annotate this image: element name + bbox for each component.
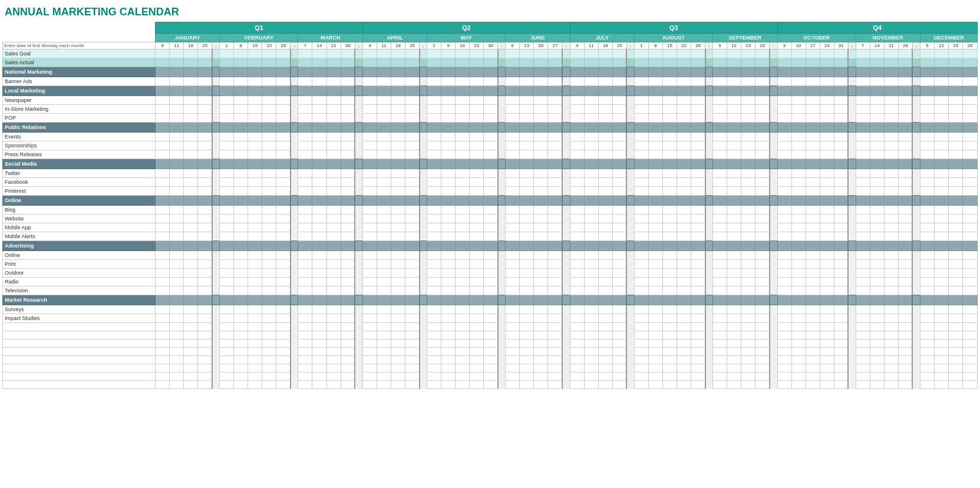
grid-cell[interactable] bbox=[156, 159, 170, 169]
grid-cell[interactable] bbox=[220, 178, 234, 187]
grid-cell[interactable] bbox=[870, 305, 884, 314]
grid-cell[interactable] bbox=[248, 372, 262, 381]
grid-cell[interactable] bbox=[234, 223, 248, 232]
grid-cell[interactable] bbox=[470, 339, 484, 348]
grid-cell[interactable] bbox=[456, 114, 470, 123]
grid-cell[interactable] bbox=[727, 251, 741, 260]
grid-cell[interactable] bbox=[777, 348, 791, 356]
grid-cell[interactable] bbox=[326, 356, 341, 364]
grid-cell[interactable] bbox=[234, 123, 248, 133]
grid-cell[interactable] bbox=[662, 232, 677, 241]
grid-cell[interactable] bbox=[934, 123, 948, 133]
grid-cell[interactable] bbox=[934, 323, 948, 331]
grid-cell[interactable] bbox=[806, 86, 820, 96]
grid-cell[interactable] bbox=[326, 77, 341, 86]
grid-cell[interactable] bbox=[198, 58, 212, 67]
grid-cell[interactable] bbox=[377, 305, 391, 314]
grid-cell[interactable] bbox=[934, 339, 948, 348]
grid-cell[interactable] bbox=[312, 269, 326, 278]
grid-cell[interactable] bbox=[920, 232, 934, 241]
grid-cell[interactable] bbox=[806, 178, 820, 187]
grid-cell[interactable] bbox=[963, 123, 978, 133]
grid-cell[interactable] bbox=[806, 232, 820, 241]
grid-cell[interactable] bbox=[834, 67, 848, 77]
grid-cell[interactable] bbox=[948, 123, 962, 133]
grid-cell[interactable] bbox=[441, 364, 456, 372]
grid-cell[interactable] bbox=[484, 77, 498, 86]
grid-cell[interactable] bbox=[898, 123, 912, 133]
grid-cell[interactable] bbox=[934, 305, 948, 314]
grid-cell[interactable] bbox=[276, 58, 291, 67]
grid-cell[interactable] bbox=[963, 141, 978, 150]
grid-cell[interactable] bbox=[520, 150, 534, 159]
grid-cell[interactable] bbox=[456, 178, 470, 187]
grid-cell[interactable] bbox=[713, 86, 727, 96]
grid-cell[interactable] bbox=[312, 96, 326, 105]
grid-cell[interactable] bbox=[727, 372, 741, 381]
grid-cell[interactable] bbox=[377, 58, 391, 67]
grid-cell[interactable] bbox=[820, 187, 834, 196]
grid-cell[interactable] bbox=[691, 339, 705, 348]
grid-cell[interactable] bbox=[312, 331, 326, 339]
grid-cell[interactable] bbox=[506, 159, 520, 169]
grid-cell[interactable] bbox=[441, 323, 456, 331]
grid-cell[interactable] bbox=[298, 305, 312, 314]
grid-cell[interactable] bbox=[806, 295, 820, 305]
grid-cell[interactable] bbox=[648, 141, 662, 150]
grid-cell[interactable] bbox=[362, 169, 377, 178]
grid-cell[interactable] bbox=[648, 67, 662, 77]
grid-cell[interactable] bbox=[484, 251, 498, 260]
grid-cell[interactable] bbox=[362, 278, 377, 286]
grid-cell[interactable] bbox=[456, 50, 470, 58]
grid-cell[interactable] bbox=[791, 295, 806, 305]
grid-cell[interactable] bbox=[570, 133, 584, 141]
grid-cell[interactable] bbox=[534, 141, 548, 150]
grid-cell[interactable] bbox=[856, 260, 870, 269]
grid-cell[interactable] bbox=[248, 223, 262, 232]
grid-cell[interactable] bbox=[326, 215, 341, 223]
grid-cell[interactable] bbox=[548, 339, 562, 348]
grid-cell[interactable] bbox=[405, 169, 420, 178]
grid-cell[interactable] bbox=[662, 215, 677, 223]
grid-cell[interactable] bbox=[963, 105, 978, 114]
grid-cell[interactable] bbox=[948, 77, 962, 86]
grid-cell[interactable] bbox=[584, 251, 598, 260]
grid-cell[interactable] bbox=[234, 314, 248, 323]
grid-cell[interactable] bbox=[662, 323, 677, 331]
grid-cell[interactable] bbox=[741, 178, 755, 187]
grid-cell[interactable] bbox=[806, 206, 820, 215]
grid-cell[interactable] bbox=[791, 278, 806, 286]
grid-cell[interactable] bbox=[427, 348, 441, 356]
grid-cell[interactable] bbox=[777, 86, 791, 96]
grid-cell[interactable] bbox=[248, 295, 262, 305]
grid-cell[interactable] bbox=[870, 187, 884, 196]
grid-cell[interactable] bbox=[584, 67, 598, 77]
grid-cell[interactable] bbox=[634, 77, 648, 86]
grid-cell[interactable] bbox=[326, 50, 341, 58]
grid-cell[interactable] bbox=[170, 50, 184, 58]
grid-cell[interactable] bbox=[362, 331, 377, 339]
grid-cell[interactable] bbox=[806, 123, 820, 133]
grid-cell[interactable] bbox=[248, 215, 262, 223]
grid-cell[interactable] bbox=[184, 251, 198, 260]
grid-cell[interactable] bbox=[806, 241, 820, 251]
grid-cell[interactable] bbox=[870, 133, 884, 141]
grid-cell[interactable] bbox=[405, 372, 420, 381]
grid-cell[interactable] bbox=[755, 251, 770, 260]
grid-cell[interactable] bbox=[198, 323, 212, 331]
grid-cell[interactable] bbox=[856, 364, 870, 372]
grid-cell[interactable] bbox=[548, 364, 562, 372]
grid-cell[interactable] bbox=[934, 86, 948, 96]
grid-cell[interactable] bbox=[884, 58, 898, 67]
grid-cell[interactable] bbox=[341, 278, 355, 286]
grid-cell[interactable] bbox=[362, 133, 377, 141]
grid-cell[interactable] bbox=[184, 356, 198, 364]
grid-cell[interactable] bbox=[920, 206, 934, 215]
grid-cell[interactable] bbox=[220, 105, 234, 114]
grid-cell[interactable] bbox=[198, 348, 212, 356]
grid-cell[interactable] bbox=[662, 314, 677, 323]
grid-cell[interactable] bbox=[920, 323, 934, 331]
grid-cell[interactable] bbox=[963, 169, 978, 178]
grid-cell[interactable] bbox=[441, 150, 456, 159]
grid-cell[interactable] bbox=[534, 286, 548, 295]
